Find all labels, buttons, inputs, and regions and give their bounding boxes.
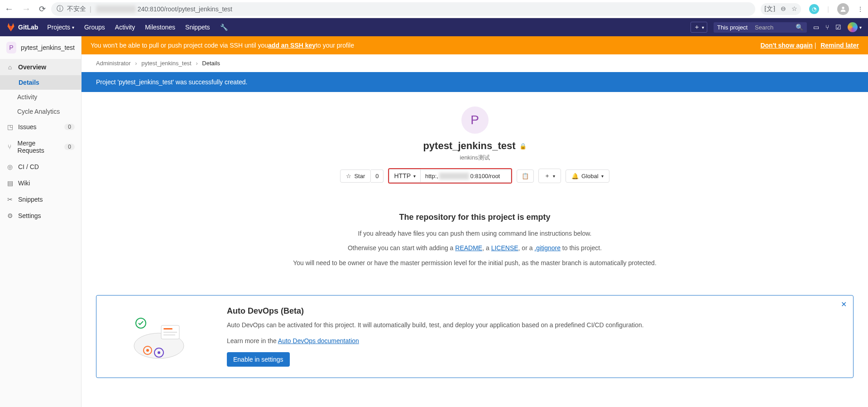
profile-avatar-icon[interactable]: [837, 3, 849, 15]
sidebar-sub-details[interactable]: Details: [0, 75, 81, 90]
sidebar-item-wiki[interactable]: ▤ Wiki: [0, 175, 81, 191]
devops-learn: Learn more in the Auto DevOps documentat…: [227, 336, 644, 346]
issues-shortcut-icon[interactable]: ▭: [813, 24, 819, 31]
browser-toolbar: ← → ⟳ ⓘ 不安全 | xxxx 240:8100/root/pytest_…: [0, 0, 868, 18]
sidebar-item-overview[interactable]: ⌂ Overview: [0, 59, 81, 75]
notification-dropdown[interactable]: 🔔 Global ▾: [566, 170, 609, 183]
cicd-icon: ◎: [6, 163, 14, 170]
addr-hidden-host: xxxx: [96, 5, 136, 13]
search-scope[interactable]: This project: [714, 22, 751, 33]
todos-shortcut-icon[interactable]: ☑: [835, 24, 841, 31]
user-menu[interactable]: ▾: [848, 22, 862, 32]
svg-rect-9: [163, 334, 175, 335]
star-button[interactable]: ☆ Star: [340, 170, 371, 183]
crumb-project[interactable]: pytest_jenkins_test: [141, 60, 192, 67]
devops-doc-link[interactable]: Auto DevOps documentation: [278, 337, 359, 344]
sidebar-settings-label: Settings: [18, 212, 41, 219]
search-icon[interactable]: 🔍: [792, 24, 807, 31]
gitlab-main-nav: Projects▾ Groups Activity Milestones Sni…: [47, 24, 227, 31]
wiki-icon: ▤: [6, 179, 14, 187]
snippets-icon: ✂: [6, 196, 14, 203]
extension-icon[interactable]: ◔: [809, 4, 819, 14]
sidebar-issues-label: Issues: [18, 123, 36, 131]
close-icon[interactable]: ✕: [841, 300, 847, 309]
chevron-right-icon: ›: [196, 60, 197, 67]
copy-url-button[interactable]: 📋: [517, 170, 534, 183]
reload-button[interactable]: ⟳: [39, 4, 46, 14]
gitignore-link[interactable]: .gitignore: [534, 244, 561, 252]
insecure-label: 不安全: [67, 5, 86, 13]
nav-milestones[interactable]: Milestones: [145, 24, 175, 31]
devops-illustration: [109, 306, 209, 367]
empty-repo-p3: You will need to be owner or have the ma…: [109, 258, 841, 268]
empty-repo-section: The repository for this project is empty…: [82, 199, 868, 286]
search-input[interactable]: [751, 22, 792, 33]
star-count: 0: [371, 170, 384, 183]
nav-groups[interactable]: Groups: [84, 24, 105, 31]
gitlab-brand-text: GitLab: [18, 24, 38, 31]
project-hero: P pytest_jenkins_test 🔒 ienkins测试 ☆ Star…: [82, 92, 868, 199]
separator: |: [827, 5, 829, 13]
forward-button[interactable]: →: [22, 4, 31, 14]
sidebar-sub-activity[interactable]: Activity: [0, 90, 81, 104]
gitlab-right-controls: ＋ ▾ This project 🔍 ▭ ⑂ ☑ ▾: [691, 22, 862, 33]
sidebar-item-issues[interactable]: ◳ Issues 0: [0, 119, 81, 135]
sidebar-wiki-label: Wiki: [18, 179, 30, 187]
zoom-icon[interactable]: ⊖: [781, 5, 786, 13]
clone-protocol-dropdown[interactable]: HTTP ▾: [389, 169, 421, 183]
license-link[interactable]: LICENSE: [491, 244, 518, 252]
merge-icon: ⑂: [6, 143, 13, 150]
dont-show-again-link[interactable]: Don't show again: [760, 42, 812, 49]
svg-point-5: [158, 351, 160, 354]
ssh-warning-banner: You won't be able to pull or push projec…: [82, 36, 868, 54]
nav-projects[interactable]: Projects▾: [47, 24, 74, 31]
clone-url-input[interactable]: http:, x 0:8100/root: [421, 170, 511, 183]
sidebar-sub-cycle-analytics[interactable]: Cycle Analytics: [0, 104, 81, 119]
svg-point-3: [146, 349, 149, 352]
sidebar-project-header[interactable]: P pytest_jenkins_test: [0, 36, 81, 59]
sidebar-mr-label: Merge Requests: [18, 140, 60, 154]
nav-admin-wrench-icon[interactable]: 🔧: [220, 24, 228, 31]
readme-link[interactable]: README: [455, 244, 482, 252]
gitlab-logo[interactable]: GitLab: [6, 23, 38, 32]
sidebar-item-snippets[interactable]: ✂ Snippets: [0, 191, 81, 208]
sidebar-item-cicd[interactable]: ◎ CI / CD: [0, 159, 81, 175]
sidebar-item-merge-requests[interactable]: ⑂ Merge Requests 0: [0, 135, 81, 159]
browser-right-controls: ⁅文⁆ ⊖ ☆ ◔ | ⋮: [761, 3, 863, 15]
remind-later-link[interactable]: Remind later: [820, 42, 859, 49]
banner-actions: Don't show again | Remind later: [758, 42, 859, 49]
back-button[interactable]: ←: [5, 4, 14, 14]
add-ssh-key-link[interactable]: add an SSH key: [268, 42, 316, 49]
project-avatar-large: P: [461, 107, 489, 134]
add-dropdown[interactable]: ＋ ▾: [538, 169, 561, 183]
sidebar-item-settings[interactable]: ⚙ Settings: [0, 208, 81, 224]
address-bar[interactable]: ⓘ 不安全 | xxxx 240:8100/root/pytest_jenkin…: [51, 2, 755, 16]
new-dropdown[interactable]: ＋ ▾: [691, 22, 707, 33]
merge-requests-shortcut-icon[interactable]: ⑂: [825, 24, 829, 31]
enable-devops-button[interactable]: Enable in settings: [227, 352, 290, 367]
auto-devops-callout: ✕ Auto DevOps (Beta) Aut: [96, 295, 854, 378]
star-icon: ☆: [346, 173, 351, 179]
browser-menu-icon[interactable]: ⋮: [857, 5, 863, 13]
gear-icon: ⚙: [6, 212, 14, 219]
site-info-icon[interactable]: ⓘ: [57, 5, 63, 13]
translate-icon[interactable]: ⁅文⁆: [764, 5, 775, 13]
search-container: This project 🔍: [714, 22, 807, 33]
mr-count-badge: 0: [64, 144, 75, 150]
breadcrumbs: Administrator › pytest_jenkins_test › De…: [82, 54, 868, 72]
addr-divider: |: [90, 5, 91, 13]
omnibox-actions: ⁅文⁆ ⊖ ☆: [761, 3, 801, 15]
sidebar-project-name: pytest_jenkins_test: [21, 44, 75, 51]
nav-snippets[interactable]: Snippets: [185, 24, 210, 31]
sidebar-overview-label: Overview: [18, 63, 46, 71]
bell-icon: 🔔: [571, 173, 579, 179]
clone-url-hidden: x: [439, 173, 470, 179]
bookmark-star-icon[interactable]: ☆: [791, 5, 797, 13]
chevron-down-icon: ▾: [601, 174, 604, 179]
crumb-administrator[interactable]: Administrator: [96, 60, 131, 67]
home-icon: ⌂: [6, 63, 14, 71]
chevron-down-icon: ▾: [413, 174, 416, 179]
nav-activity[interactable]: Activity: [115, 24, 135, 31]
devops-body: Auto DevOps can be activated for this pr…: [227, 320, 644, 330]
main-content: You won't be able to pull or push projec…: [82, 36, 868, 407]
